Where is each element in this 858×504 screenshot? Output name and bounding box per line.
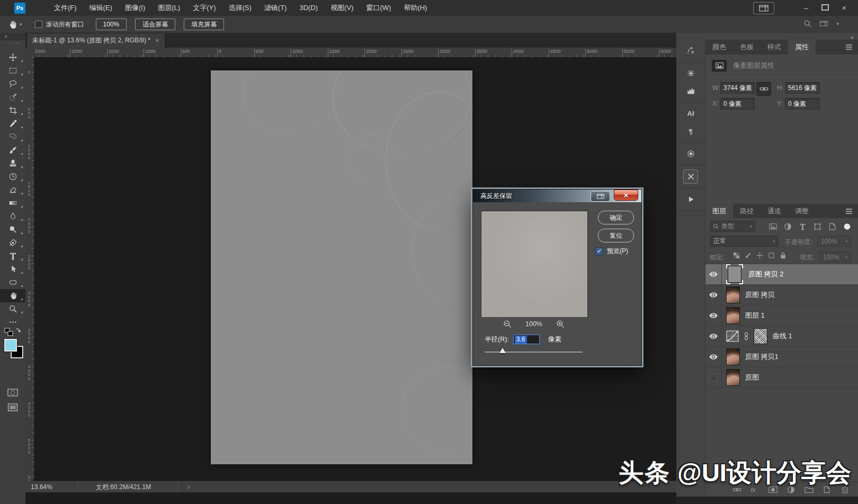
dialog-help-button[interactable] <box>591 191 610 202</box>
brush-tool[interactable] <box>0 143 25 157</box>
hand-tool-preset[interactable]: ▾ <box>7 20 22 30</box>
histogram-panel-icon[interactable] <box>684 85 698 98</box>
vertical-ruler[interactable]: 0500100015002000250030003500400045005000… <box>25 57 34 481</box>
filter-smart-objects-icon[interactable] <box>828 223 836 230</box>
visibility-eye-icon[interactable] <box>705 264 722 284</box>
layer-row[interactable]: 原图 拷贝 2 <box>705 264 858 285</box>
radius-input[interactable]: 3.6 <box>513 335 540 344</box>
lasso-tool[interactable] <box>0 77 25 91</box>
radius-slider-thumb[interactable] <box>499 348 506 353</box>
document-canvas[interactable] <box>211 70 472 464</box>
layer-row[interactable]: 原图 拷贝1 <box>705 347 858 367</box>
zoom-tool[interactable] <box>0 302 25 316</box>
layer-row[interactable]: 原图 <box>705 367 858 388</box>
menu-item[interactable]: 视图(V) <box>324 0 360 16</box>
menu-item[interactable]: 滤镜(T) <box>258 0 293 16</box>
menu-item[interactable]: 文件(F) <box>48 0 83 16</box>
tab-调整[interactable]: 调整 <box>788 204 816 218</box>
filter-pixel-layers-icon[interactable] <box>769 223 777 230</box>
layer-name[interactable]: 原图 拷贝 <box>745 290 775 300</box>
swap-colors-icon[interactable] <box>4 327 22 338</box>
scroll-all-windows-checkbox[interactable] <box>35 21 42 28</box>
lock-transparency-icon[interactable] <box>733 252 740 259</box>
tab-色板[interactable]: 色板 <box>733 40 761 55</box>
visibility-eye-icon[interactable] <box>705 326 722 346</box>
visibility-eye-icon[interactable] <box>705 285 722 305</box>
layer-thumbnail[interactable] <box>726 286 740 303</box>
clone-source-panel-icon[interactable] <box>684 147 698 160</box>
filter-toggle-icon[interactable] <box>843 223 851 230</box>
panel-menu-icon[interactable] <box>845 44 853 50</box>
tab-close-icon[interactable]: × <box>155 37 159 44</box>
y-field[interactable]: 0 像素 <box>785 98 820 110</box>
zoom-in-icon[interactable] <box>556 320 565 328</box>
actual-pixels-button[interactable]: 100% <box>96 19 127 30</box>
horizontal-ruler[interactable]: 2500200015001000500050010001500200025003… <box>34 48 676 58</box>
layer-row[interactable]: 图层 1 <box>705 305 858 326</box>
filter-type-layers-icon[interactable] <box>799 223 807 230</box>
type-tool[interactable] <box>0 249 25 263</box>
layer-filter-select[interactable]: 类型 ▾ <box>710 221 755 232</box>
tools-collapse-button[interactable]: » <box>0 33 25 40</box>
layer-row[interactable]: 原图 拷贝 <box>705 285 858 305</box>
workspace-switcher-button[interactable] <box>753 2 774 14</box>
timeline-panel-icon[interactable] <box>684 193 698 206</box>
layer-thumbnail[interactable] <box>726 348 740 365</box>
visibility-eye-icon[interactable] <box>705 305 722 326</box>
panel-menu-icon[interactable] <box>845 209 853 214</box>
gradient-tool[interactable] <box>0 196 25 210</box>
paragraph-panel-icon[interactable]: ¶ <box>684 125 698 138</box>
ok-button[interactable]: 确定 <box>598 211 634 224</box>
fill-screen-button[interactable]: 填充屏幕 <box>184 19 224 30</box>
blur-tool[interactable] <box>0 210 25 223</box>
filter-adjustment-layers-icon[interactable] <box>784 223 792 230</box>
fit-screen-button[interactable]: 适合屏幕 <box>135 19 175 30</box>
dodge-tool[interactable] <box>0 223 25 236</box>
menu-item[interactable]: 选择(S) <box>222 0 257 16</box>
status-menu-arrow[interactable]: › <box>182 481 195 493</box>
close-button[interactable]: × <box>836 1 853 14</box>
width-field[interactable]: 3744 像素 <box>720 82 755 94</box>
hand-tool[interactable] <box>0 289 25 302</box>
crop-tool[interactable] <box>0 104 25 117</box>
reset-button[interactable]: 复位 <box>598 229 634 242</box>
search-icon[interactable] <box>803 20 811 28</box>
layer-name[interactable]: 图层 1 <box>745 311 765 320</box>
link-dimensions-button[interactable] <box>756 82 771 96</box>
tab-属性[interactable]: 属性 <box>788 40 816 55</box>
lock-paint-icon[interactable] <box>745 252 752 259</box>
layer-name[interactable]: 原图 <box>745 373 759 382</box>
snowflake-panel-icon[interactable] <box>684 67 698 80</box>
dialog-close-button[interactable]: × <box>614 190 638 201</box>
zoom-out-icon[interactable] <box>503 320 512 328</box>
menu-item[interactable]: 图像(I) <box>119 0 151 16</box>
tab-路径[interactable]: 路径 <box>733 204 761 218</box>
eraser-tool[interactable] <box>0 183 25 196</box>
menu-item[interactable]: 图层(L) <box>151 0 186 16</box>
screen-mode-button[interactable] <box>0 403 25 411</box>
layer-mask-thumbnail[interactable] <box>754 328 767 344</box>
tab-样式[interactable]: 样式 <box>761 40 788 55</box>
tab-颜色[interactable]: 颜色 <box>705 40 733 55</box>
menu-item[interactable]: 文字(Y) <box>186 0 222 16</box>
visibility-eye-icon[interactable] <box>705 347 722 367</box>
foreground-color-swatch[interactable] <box>4 339 17 352</box>
menu-item[interactable]: 窗口(W) <box>360 0 397 16</box>
lock-all-icon[interactable] <box>780 252 787 259</box>
quick-mask-button[interactable] <box>0 389 25 397</box>
document-tab[interactable]: 未标题-1 @ 13.6% (原图 拷贝 2, RGB/8) * × <box>26 33 165 48</box>
layer-name[interactable]: 原图 拷贝 2 <box>748 269 783 279</box>
status-zoom-field[interactable]: 13.64% <box>25 481 75 493</box>
menu-item[interactable]: 帮助(H) <box>397 0 433 16</box>
lock-artboard-icon[interactable] <box>768 252 775 259</box>
panel-toggle-icon[interactable] <box>820 20 828 28</box>
layer-row[interactable]: 曲线 1 <box>705 326 858 347</box>
fill-field[interactable]: 100% ▾ <box>819 251 851 263</box>
tab-图层[interactable]: 图层 <box>705 204 733 218</box>
shape-tool[interactable] <box>0 276 25 289</box>
blend-mode-select[interactable]: 正常 ▾ <box>710 236 779 247</box>
opacity-field[interactable]: 100% ▾ <box>817 236 851 247</box>
curves-adjustment-icon[interactable] <box>726 330 739 342</box>
marquee-tool[interactable] <box>0 64 25 77</box>
character-panel-icon[interactable]: AI <box>684 107 698 120</box>
